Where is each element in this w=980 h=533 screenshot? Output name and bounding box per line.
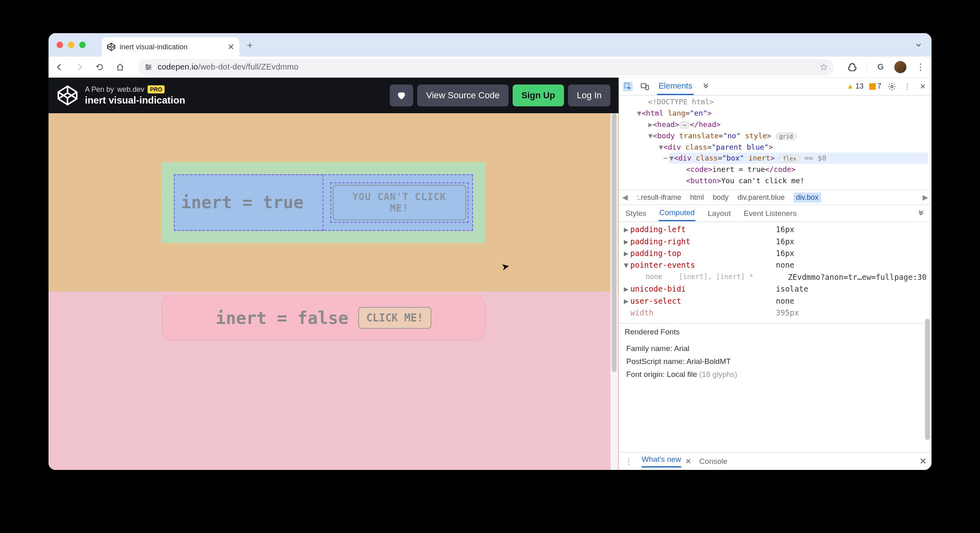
dom-tree[interactable]: <!DOCTYPE html> ▼<html lang="en"> ▶<head… xyxy=(619,95,931,190)
prop-width[interactable]: width395px xyxy=(624,307,927,319)
more-subtabs-icon[interactable] xyxy=(916,209,926,218)
tab-close-icon[interactable]: ✕ xyxy=(228,42,234,52)
console-tab[interactable]: Console xyxy=(699,457,728,466)
codepen-logo-icon[interactable] xyxy=(57,85,78,106)
google-account-icon[interactable]: G xyxy=(875,61,886,73)
prop-pointer-events[interactable]: ▼pointer-eventsnone xyxy=(624,259,927,271)
forward-button[interactable] xyxy=(74,61,86,73)
styles-tab[interactable]: Styles xyxy=(625,206,647,221)
page-scrollbar-thumb[interactable] xyxy=(612,113,617,372)
svg-point-2 xyxy=(147,68,148,70)
minimize-window-icon[interactable] xyxy=(68,42,74,48)
signup-button[interactable]: Sign Up xyxy=(513,85,564,106)
dom-head[interactable]: ▶<head>⋯</head> xyxy=(648,119,928,130)
site-settings-icon[interactable] xyxy=(144,63,153,72)
breadcrumb-body[interactable]: body xyxy=(713,193,729,202)
profile-avatar[interactable] xyxy=(894,61,906,73)
breadcrumb-html[interactable]: html xyxy=(690,193,704,202)
byline-prefix: A Pen by xyxy=(85,85,114,94)
computed-tab[interactable]: Computed xyxy=(659,205,696,221)
drawer-close-icon[interactable]: ✕ xyxy=(919,456,927,467)
back-button[interactable] xyxy=(53,61,65,73)
byline-author[interactable]: web.dev xyxy=(117,85,144,94)
devtools-close-icon[interactable]: ✕ xyxy=(918,82,927,91)
maximize-window-icon[interactable] xyxy=(79,42,86,48)
page-scrollbar-track[interactable] xyxy=(610,113,618,470)
click-me-button[interactable]: CLICK ME! xyxy=(358,307,431,329)
breadcrumb-iframe[interactable]: :.result-iframe xyxy=(637,193,681,202)
font-postscript: PostScript name: Arial-BoldMT xyxy=(626,355,924,368)
dom-div-parent[interactable]: ▼<div class="parent blue"> xyxy=(659,142,928,153)
whats-new-tab[interactable]: What's new xyxy=(642,455,681,467)
devtools-toolbar-right: ▲13 7 ⋮ ✕ xyxy=(847,82,927,91)
page-viewport: A Pen by web.dev PRO inert visual-indica… xyxy=(49,78,619,470)
browser-menu-icon[interactable]: ⋮ xyxy=(915,61,927,73)
prop-padding-right[interactable]: ▶padding-right16px xyxy=(624,236,927,247)
whats-new-close-icon[interactable]: ✕ xyxy=(685,457,691,466)
devtools-toolbar: Elements ▲13 7 ⋮ ✕ xyxy=(619,78,931,95)
tab-bar: inert visual-indication ✕ ＋ xyxy=(49,33,931,57)
browser-toolbar: codepen.io/web-dot-dev/full/ZEvdmmo ☆ G … xyxy=(49,57,931,78)
dom-button[interactable]: <button>You can't click me! xyxy=(686,175,928,186)
font-origin: Font origin: Local file (18 glyphs) xyxy=(626,368,924,381)
more-tabs-icon[interactable] xyxy=(701,82,711,91)
prop-user-select[interactable]: ▶user-selectnone xyxy=(624,295,927,307)
breadcrumb-left-icon[interactable]: ◀ xyxy=(622,193,628,202)
codepen-header: A Pen by web.dev PRO inert visual-indica… xyxy=(49,78,619,113)
dom-body[interactable]: ▼<body translate="no" style> grid xyxy=(648,130,928,142)
prop-unicode-bidi[interactable]: ▶unicode-bidiisolate xyxy=(624,283,927,295)
new-tab-button[interactable]: ＋ xyxy=(245,38,255,51)
codepen-header-text: A Pen by web.dev PRO inert visual-indica… xyxy=(85,85,185,106)
breadcrumb-right-icon[interactable]: ▶ xyxy=(923,193,928,202)
parent-pink-section: inert = false CLICK ME! xyxy=(49,292,619,470)
elements-tab[interactable]: Elements xyxy=(657,78,694,95)
event-listeners-tab[interactable]: Event Listeners xyxy=(743,206,797,221)
inert-false-box: inert = false CLICK ME! xyxy=(162,296,485,340)
devtools-scrollbar-thumb[interactable] xyxy=(925,319,930,440)
view-source-button[interactable]: View Source Code xyxy=(417,85,509,106)
browser-tab[interactable]: inert visual-indication ✕ xyxy=(102,37,239,57)
device-toolbar-icon[interactable] xyxy=(640,82,650,91)
content-split: A Pen by web.dev PRO inert visual-indica… xyxy=(49,78,931,470)
dom-breadcrumb[interactable]: ◀ :.result-iframe html body div.parent.b… xyxy=(619,190,931,205)
bookmark-star-icon[interactable]: ☆ xyxy=(819,61,828,73)
love-button[interactable] xyxy=(390,85,413,106)
tab-list-dropdown-icon[interactable] xyxy=(913,39,924,51)
pen-title: inert visual-indication xyxy=(85,95,185,106)
parent-blue-section: inert = true YOU CAN'T CLICK ME! xyxy=(49,113,619,292)
prop-pointer-events-source[interactable]: none [inert], [inert] * ZEvdmmo?anon=tr…… xyxy=(624,271,927,283)
login-button[interactable]: Log In xyxy=(568,85,610,106)
breadcrumb-box[interactable]: div.box xyxy=(794,192,821,203)
browser-window: inert visual-indication ✕ ＋ codepen.io/w… xyxy=(49,33,931,470)
pro-badge: PRO xyxy=(148,85,165,93)
address-bar[interactable]: codepen.io/web-dot-dev/full/ZEvdmmo ☆ xyxy=(138,59,834,75)
issues-badge[interactable]: 7 xyxy=(869,82,881,91)
codepen-buttons: View Source Code Sign Up Log In xyxy=(390,85,610,106)
svg-point-1 xyxy=(149,66,151,68)
devtools-drawer: ⋮ What's new ✕ Console ✕ xyxy=(619,452,931,470)
drawer-menu-icon[interactable]: ⋮ xyxy=(624,457,634,466)
home-button[interactable] xyxy=(114,61,126,73)
prop-padding-top[interactable]: ▶padding-top16px xyxy=(624,247,927,259)
devtools-settings-icon[interactable] xyxy=(887,82,897,91)
grid-overlay-box xyxy=(174,174,473,231)
rendered-fonts-body: Family name: Arial PostScript name: Aria… xyxy=(619,341,931,387)
warnings-badge[interactable]: ▲13 xyxy=(847,82,864,91)
layout-tab[interactable]: Layout xyxy=(707,206,731,221)
devtools-menu-icon[interactable]: ⋮ xyxy=(902,82,912,91)
dom-code[interactable]: <code>inert = true</code> xyxy=(686,164,928,175)
reload-button[interactable] xyxy=(94,61,106,73)
source-link[interactable]: ZEvdmmo?anon=tr…ew=fullpage:30 xyxy=(788,273,927,281)
breadcrumb-parent[interactable]: div.parent.blue xyxy=(737,193,785,202)
prop-padding-left[interactable]: ▶padding-left16px xyxy=(624,224,927,235)
computed-properties[interactable]: ▶padding-left16px ▶padding-right16px ▶pa… xyxy=(619,222,931,323)
close-window-icon[interactable] xyxy=(57,42,63,48)
devtools-panel: Elements ▲13 7 ⋮ ✕ <!DOCTYPE html> ▼<htm… xyxy=(619,78,931,470)
url-text: codepen.io/web-dot-dev/full/ZEvdmmo xyxy=(158,62,298,72)
codepen-favicon-icon xyxy=(107,42,116,51)
dom-div-box[interactable]: ⋯▼<div class="box" inert> flex == $0 xyxy=(669,152,928,164)
styles-subtabs: Styles Computed Layout Event Listeners xyxy=(619,205,931,222)
extensions-icon[interactable] xyxy=(846,61,858,73)
dom-html[interactable]: ▼<html lang="en"> xyxy=(637,108,928,119)
inspect-element-icon[interactable] xyxy=(623,82,633,91)
